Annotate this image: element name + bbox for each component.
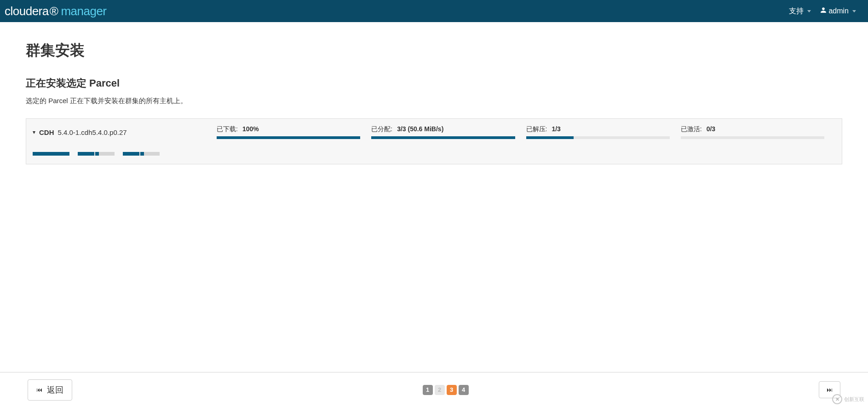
- step-first-icon: ⏮: [36, 386, 42, 393]
- metric-value: 3/3 (50.6 MiB/s): [397, 125, 443, 133]
- progress-bar: [371, 136, 515, 139]
- brand-logo[interactable]: cloudera® manager: [5, 4, 107, 18]
- host-progress: [33, 152, 69, 156]
- host-progress: [78, 152, 115, 156]
- parcel-version: 5.4.0-1.cdh5.4.0.p0.27: [58, 128, 127, 136]
- user-menu[interactable]: admin: [816, 7, 861, 15]
- brand-cloudera-text: cloudera: [5, 4, 49, 18]
- wizard-footer: ⏮ 返回 1234 ⏭: [0, 372, 868, 407]
- brand-dot: ®: [50, 4, 58, 18]
- page-title: 群集安装: [26, 41, 842, 61]
- back-button[interactable]: ⏮ 返回: [28, 379, 72, 401]
- wizard-step[interactable]: 3: [447, 385, 457, 395]
- metric-value: 0/3: [707, 125, 715, 133]
- section-title: 正在安装选定 Parcel: [26, 76, 842, 90]
- metric-downloaded: 已下载: 100%: [217, 125, 371, 139]
- parcel-name: CDH: [39, 128, 54, 136]
- main-content: 群集安装 正在安装选定 Parcel 选定的 Parcel 正在下载并安装在群集…: [0, 22, 868, 164]
- wizard-step[interactable]: 2: [435, 385, 445, 395]
- wizard-step[interactable]: 1: [423, 385, 433, 395]
- support-menu[interactable]: 支持: [784, 6, 816, 16]
- progress-bar: [526, 136, 670, 139]
- metric-label: 已分配:: [371, 125, 392, 134]
- chevron-down-icon: ▾: [33, 129, 35, 135]
- metric-activated: 已激活: 0/3: [681, 125, 835, 139]
- next-button[interactable]: ⏭: [819, 381, 840, 398]
- wizard-step[interactable]: 4: [459, 385, 469, 395]
- user-label: admin: [828, 7, 849, 15]
- progress-bar: [217, 136, 360, 139]
- user-icon: [820, 7, 827, 15]
- chevron-down-icon: [852, 10, 856, 12]
- support-label: 支持: [789, 6, 804, 16]
- section-description: 选定的 Parcel 正在下载并安装在群集的所有主机上。: [26, 97, 842, 105]
- metric-value: 100%: [242, 125, 259, 133]
- brand-manager-text: manager: [61, 4, 106, 18]
- step-last-icon: ⏭: [827, 386, 833, 393]
- metric-label: 已下载:: [217, 125, 238, 134]
- parcel-panel: ▾ CDH 5.4.0-1.cdh5.4.0.p0.27 已下载: 100% 已…: [26, 118, 842, 164]
- progress-fill: [217, 136, 360, 139]
- per-host-progress-row: [26, 147, 842, 164]
- metric-distributed: 已分配: 3/3 (50.6 MiB/s): [371, 125, 526, 139]
- parcel-header-row: ▾ CDH 5.4.0-1.cdh5.4.0.p0.27 已下载: 100% 已…: [26, 119, 842, 147]
- metric-label: 已解压:: [526, 125, 547, 134]
- chevron-down-icon: [807, 10, 811, 12]
- back-button-label: 返回: [47, 384, 63, 395]
- progress-fill: [371, 136, 515, 139]
- parcel-toggle[interactable]: ▾ CDH 5.4.0-1.cdh5.4.0.p0.27: [33, 128, 217, 136]
- metric-value: 1/3: [552, 125, 560, 133]
- progress-bar: [681, 136, 824, 139]
- metric-label: 已激活:: [681, 125, 702, 134]
- host-progress: [123, 152, 160, 156]
- top-navbar: cloudera® manager 支持 admin: [0, 0, 868, 22]
- metric-unpacked: 已解压: 1/3: [526, 125, 681, 139]
- progress-fill: [526, 136, 574, 139]
- wizard-steps: 1234: [423, 385, 469, 395]
